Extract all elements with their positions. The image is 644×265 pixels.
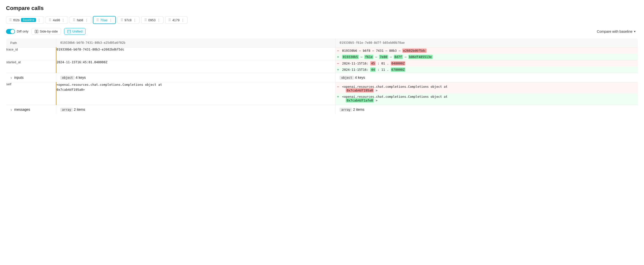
drag-icon-4a98	[49, 18, 51, 22]
tab-label-0953: 0953	[148, 18, 156, 22]
messages-right-type: array	[340, 108, 352, 112]
minus-sign-2: −	[337, 62, 341, 65]
more-icon-0953[interactable]: ⋮	[157, 18, 160, 22]
self-label: self	[6, 82, 56, 105]
diff-only-toggle[interactable]: Diff only	[6, 29, 29, 34]
svg-rect-1	[37, 30, 38, 33]
tab-f02b[interactable]: f02b Baseline ⋮	[6, 16, 44, 24]
tab-label-4179: 4179	[172, 18, 180, 22]
drag-icon-97c8	[121, 18, 123, 22]
messages-label: ∨ messages	[6, 105, 56, 114]
drag-icon-4179	[168, 18, 171, 22]
self-minus-text: <openai.resources.chat.completions.Compl…	[342, 85, 447, 92]
self-plus-line: + <openai.resources.chat.completions.Com…	[336, 94, 638, 105]
tab-label-97c8: 97c8	[125, 18, 132, 22]
started-at-plus-h2: 678000Z	[391, 68, 406, 72]
more-icon-97c8[interactable]: ⋮	[133, 18, 136, 22]
more-icon-4179[interactable]: ⋮	[181, 18, 184, 22]
plus-sign-2: +	[337, 68, 341, 72]
more-icon-fab8[interactable]: ⋮	[85, 18, 88, 22]
page-title: Compare calls	[6, 5, 638, 12]
tab-label-4a98: 4a98	[53, 18, 60, 22]
messages-left-type: array	[60, 108, 73, 112]
trace-id-plus-h2: f61e	[364, 55, 373, 59]
plus-sign: +	[337, 55, 341, 59]
unified-label: Unified	[72, 30, 82, 33]
more-icon-4a98[interactable]: ⋮	[62, 18, 65, 22]
started-at-minus-text: 2024-11-15T16: 45 : 01 . 048000Z	[342, 62, 405, 65]
table-row-inputs: ∨ inputs object 4 keys object 4 keys	[6, 73, 638, 82]
self-minus-line: − <openai.resources.chat.completions.Com…	[336, 82, 638, 94]
more-icon-f02b[interactable]: ⋮	[38, 18, 41, 22]
svg-rect-0	[35, 30, 36, 33]
inputs-label: ∨ inputs	[6, 73, 56, 82]
compare-baseline-button[interactable]: Compare with baseline ▾	[594, 28, 638, 35]
trace-id-label: trace_id	[6, 48, 56, 60]
messages-left-value: array 2 items	[56, 105, 336, 114]
inputs-left-value: object 4 keys	[56, 73, 336, 82]
inputs-expand-icon[interactable]: ∨	[10, 76, 12, 79]
trace-id-plus-h4: 8d7f	[394, 55, 403, 59]
tab-0953[interactable]: 0953 ⋮	[141, 16, 164, 24]
table-row-started-at: started_at 2024-11-15T16:45:01.048000Z −…	[6, 60, 638, 73]
trace-id-plus-h1: 019330b5	[342, 55, 359, 59]
self-left-text: <openai.resources.chat.completions.Compl…	[57, 83, 162, 92]
tab-label-f02b: f02b	[13, 18, 20, 22]
trace-id-right-diff: − 019330b6 – b6f8 – 7431 – 80b3 – e2602b…	[336, 48, 638, 60]
trace-id-minus-text: 019330b6 – b6f8 – 7431 – 80b3 – e2602bd6…	[342, 49, 426, 52]
inputs-right-value: object 4 keys	[336, 73, 638, 82]
tab-97c8[interactable]: 97c8 ⋮	[117, 16, 140, 24]
drag-icon-fab8	[73, 18, 75, 22]
more-icon-70ae[interactable]: ⋮	[109, 18, 112, 22]
side-by-side-label: Side-by-side	[40, 30, 58, 33]
started-at-left-text: 2024-11-15T16:45:01.048000Z	[57, 60, 107, 64]
messages-expand-icon[interactable]: ∨	[10, 108, 12, 111]
chevron-down-icon: ▾	[634, 30, 635, 33]
table-row-self: self <openai.resources.chat.completions.…	[6, 82, 638, 105]
trace-id-plus-h5: b86df485513e	[408, 55, 432, 59]
trace-id-plus-line: + 019330b5 – f61e – 7e80 – 8d7f – b86df4…	[336, 54, 638, 60]
tab-label-70ae: 70ae	[100, 18, 108, 22]
self-plus-highlight: 0x7cab4df1afe0	[346, 98, 374, 102]
inputs-right-type: object	[340, 76, 354, 80]
started-at-right-diff: − 2024-11-15T16: 45 : 01 . 048000Z + 202…	[336, 60, 638, 73]
svg-rect-2	[68, 30, 71, 33]
trace-id-minus-line: − 019330b6 – b6f8 – 7431 – 80b3 – e2602b…	[336, 48, 638, 54]
started-at-plus-h1: 44	[370, 68, 376, 72]
self-minus-highlight: 0x7cab4df195a0	[346, 88, 374, 92]
tab-4a98[interactable]: 4a98 ⋮	[46, 16, 68, 24]
unified-button[interactable]: Unified	[64, 28, 86, 35]
minus-sign: −	[337, 49, 341, 52]
started-at-minus-h1: 45	[370, 61, 376, 66]
table-header-row: Path 019330b6-b6f8-7431-80b3-e25d05a6f02…	[6, 38, 638, 48]
path-col-header: Path	[6, 38, 56, 48]
trace-id-plus-text: 019330b5 – f61e – 7e80 – 8d7f – b86df485…	[342, 55, 432, 59]
started-at-plus-line: + 2024-11-15T16: 44 : 11 . 678000Z	[336, 66, 638, 73]
self-right-diff: − <openai.resources.chat.completions.Com…	[336, 82, 638, 105]
inputs-left-type: object	[60, 76, 75, 80]
started-at-minus-line: − 2024-11-15T16: 45 : 01 . 048000Z	[336, 60, 638, 66]
drag-icon-0953	[144, 18, 147, 22]
self-left-value: <openai.resources.chat.completions.Compl…	[56, 82, 336, 105]
unified-icon	[67, 30, 71, 33]
left-col-header: 019330b6-b6f8-7431-80b3-e25d05a6f02b	[56, 38, 336, 48]
trace-id-left-value: 019330b6-b6f8-7431-80b3-e2602bd6f5dc	[56, 48, 336, 60]
tab-4179[interactable]: 4179 ⋮	[165, 16, 188, 24]
view-bar: Diff only Side-by-side Unified Compare w…	[6, 28, 638, 35]
drag-icon-f02b	[9, 18, 12, 22]
messages-right-value: array 2 items	[336, 105, 638, 114]
table-row-messages: ∨ messages array 2 items array 2 items	[6, 105, 638, 114]
page-container: Compare calls f02b Baseline ⋮ 4a98 ⋮ fab…	[0, 0, 644, 119]
tab-70ae[interactable]: 70ae ⋮	[93, 16, 116, 24]
plus-sign-3: +	[337, 95, 341, 98]
tab-fab8[interactable]: fab8 ⋮	[70, 16, 91, 24]
table-row-trace-id: trace_id 019330b6-b6f8-7431-80b3-e2602bd…	[6, 48, 638, 60]
toggle-switch[interactable]	[6, 29, 15, 34]
trace-id-minus-highlight: e2602bd6f5dc	[402, 48, 426, 53]
view-left-controls: Diff only Side-by-side Unified	[6, 28, 86, 35]
tab-label-fab8: fab8	[77, 18, 83, 22]
started-at-label: started_at	[6, 60, 56, 73]
self-plus-text: <openai.resources.chat.completions.Compl…	[342, 95, 447, 102]
side-by-side-button[interactable]: Side-by-side	[32, 28, 61, 35]
started-at-left-value: 2024-11-15T16:45:01.048000Z	[56, 60, 336, 73]
